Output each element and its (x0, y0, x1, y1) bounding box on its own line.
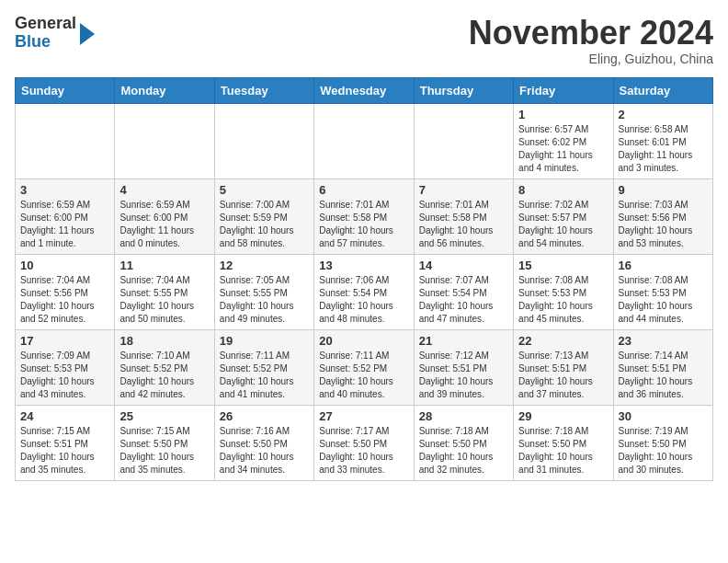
day-info: Sunrise: 7:08 AM Sunset: 5:53 PM Dayligh… (619, 274, 708, 326)
day-number: 28 (419, 409, 508, 423)
day-number: 18 (119, 334, 209, 348)
calendar-week-3: 10Sunrise: 7:04 AM Sunset: 5:56 PM Dayli… (16, 254, 713, 329)
day-number: 22 (518, 334, 608, 348)
calendar-header-row: SundayMondayTuesdayWednesdayThursdayFrid… (16, 77, 713, 103)
day-info: Sunrise: 7:02 AM Sunset: 5:57 PM Dayligh… (518, 199, 608, 250)
calendar-cell (115, 103, 214, 178)
calendar-cell: 12Sunrise: 7:05 AM Sunset: 5:55 PM Dayli… (214, 254, 313, 329)
day-number: 3 (20, 183, 109, 197)
calendar-cell (314, 103, 414, 178)
calendar-cell (16, 103, 115, 178)
day-info: Sunrise: 7:01 AM Sunset: 5:58 PM Dayligh… (319, 199, 408, 250)
page-header: General Blue November 2024 Eling, Guizho… (15, 15, 713, 66)
day-info: Sunrise: 7:04 AM Sunset: 5:55 PM Dayligh… (119, 274, 209, 326)
calendar-cell: 1Sunrise: 6:57 AM Sunset: 6:02 PM Daylig… (514, 103, 613, 178)
calendar-cell: 15Sunrise: 7:08 AM Sunset: 5:53 PM Dayli… (514, 254, 613, 329)
day-info: Sunrise: 6:57 AM Sunset: 6:02 PM Dayligh… (518, 123, 608, 175)
day-number: 17 (20, 334, 109, 348)
day-number: 2 (619, 108, 708, 121)
calendar-cell: 5Sunrise: 7:00 AM Sunset: 5:59 PM Daylig… (214, 178, 313, 254)
day-info: Sunrise: 7:15 AM Sunset: 5:50 PM Dayligh… (119, 425, 209, 477)
day-number: 7 (419, 183, 508, 197)
calendar-cell: 17Sunrise: 7:09 AM Sunset: 5:53 PM Dayli… (16, 329, 115, 405)
calendar-table: SundayMondayTuesdayWednesdayThursdayFrid… (15, 77, 713, 481)
logo-general: General (15, 15, 76, 33)
calendar-cell: 14Sunrise: 7:07 AM Sunset: 5:54 PM Dayli… (414, 254, 513, 329)
day-info: Sunrise: 7:06 AM Sunset: 5:54 PM Dayligh… (319, 274, 408, 326)
calendar-cell: 26Sunrise: 7:16 AM Sunset: 5:50 PM Dayli… (214, 405, 313, 480)
day-info: Sunrise: 7:07 AM Sunset: 5:54 PM Dayligh… (419, 274, 508, 326)
day-info: Sunrise: 7:10 AM Sunset: 5:52 PM Dayligh… (119, 350, 209, 401)
logo-blue: Blue (15, 33, 76, 52)
weekday-header-monday: Monday (115, 77, 214, 103)
weekday-header-tuesday: Tuesday (214, 77, 313, 103)
calendar-cell: 8Sunrise: 7:02 AM Sunset: 5:57 PM Daylig… (514, 178, 613, 254)
calendar-cell: 6Sunrise: 7:01 AM Sunset: 5:58 PM Daylig… (314, 178, 414, 254)
day-number: 4 (119, 183, 209, 197)
logo-text-block: General Blue (15, 15, 95, 52)
day-info: Sunrise: 7:11 AM Sunset: 5:52 PM Dayligh… (319, 350, 408, 401)
day-number: 11 (119, 259, 209, 272)
calendar-week-4: 17Sunrise: 7:09 AM Sunset: 5:53 PM Dayli… (16, 329, 713, 405)
calendar-cell (214, 103, 313, 178)
title-block: November 2024 Eling, Guizhou, China (469, 15, 713, 66)
weekday-header-friday: Friday (514, 77, 613, 103)
calendar-cell: 30Sunrise: 7:19 AM Sunset: 5:50 PM Dayli… (613, 405, 712, 480)
day-info: Sunrise: 7:03 AM Sunset: 5:56 PM Dayligh… (619, 199, 708, 250)
month-title: November 2024 (469, 15, 713, 52)
calendar-cell: 25Sunrise: 7:15 AM Sunset: 5:50 PM Dayli… (115, 405, 214, 480)
day-info: Sunrise: 7:12 AM Sunset: 5:51 PM Dayligh… (419, 350, 508, 401)
calendar-cell: 7Sunrise: 7:01 AM Sunset: 5:58 PM Daylig… (414, 178, 513, 254)
calendar-week-2: 3Sunrise: 6:59 AM Sunset: 6:00 PM Daylig… (16, 178, 713, 254)
day-number: 8 (518, 183, 608, 197)
day-number: 19 (220, 334, 309, 348)
day-info: Sunrise: 7:18 AM Sunset: 5:50 PM Dayligh… (419, 425, 508, 477)
logo-arrow-icon (80, 23, 95, 45)
calendar-cell: 23Sunrise: 7:14 AM Sunset: 5:51 PM Dayli… (613, 329, 712, 405)
day-info: Sunrise: 7:04 AM Sunset: 5:56 PM Dayligh… (20, 274, 109, 326)
day-number: 1 (518, 108, 608, 121)
day-number: 13 (319, 259, 408, 272)
calendar-cell: 9Sunrise: 7:03 AM Sunset: 5:56 PM Daylig… (613, 178, 712, 254)
day-number: 14 (419, 259, 508, 272)
day-number: 27 (319, 409, 408, 423)
calendar-cell: 2Sunrise: 6:58 AM Sunset: 6:01 PM Daylig… (613, 103, 712, 178)
day-number: 26 (220, 409, 309, 423)
day-number: 30 (619, 409, 708, 423)
calendar-cell: 13Sunrise: 7:06 AM Sunset: 5:54 PM Dayli… (314, 254, 414, 329)
day-number: 24 (20, 409, 109, 423)
day-info: Sunrise: 6:58 AM Sunset: 6:01 PM Dayligh… (619, 123, 708, 175)
day-number: 15 (518, 259, 608, 272)
calendar-cell: 16Sunrise: 7:08 AM Sunset: 5:53 PM Dayli… (613, 254, 712, 329)
calendar-cell: 19Sunrise: 7:11 AM Sunset: 5:52 PM Dayli… (214, 329, 313, 405)
calendar-week-5: 24Sunrise: 7:15 AM Sunset: 5:51 PM Dayli… (16, 405, 713, 480)
day-number: 12 (220, 259, 309, 272)
calendar-cell: 24Sunrise: 7:15 AM Sunset: 5:51 PM Dayli… (16, 405, 115, 480)
day-number: 10 (20, 259, 109, 272)
day-info: Sunrise: 7:15 AM Sunset: 5:51 PM Dayligh… (20, 425, 109, 477)
day-info: Sunrise: 7:13 AM Sunset: 5:51 PM Dayligh… (518, 350, 608, 401)
calendar-cell (414, 103, 513, 178)
calendar-cell: 28Sunrise: 7:18 AM Sunset: 5:50 PM Dayli… (414, 405, 513, 480)
calendar-cell: 11Sunrise: 7:04 AM Sunset: 5:55 PM Dayli… (115, 254, 214, 329)
weekday-header-wednesday: Wednesday (314, 77, 414, 103)
day-info: Sunrise: 6:59 AM Sunset: 6:00 PM Dayligh… (119, 199, 209, 250)
day-info: Sunrise: 7:05 AM Sunset: 5:55 PM Dayligh… (220, 274, 309, 326)
day-info: Sunrise: 7:01 AM Sunset: 5:58 PM Dayligh… (419, 199, 508, 250)
day-info: Sunrise: 6:59 AM Sunset: 6:00 PM Dayligh… (20, 199, 109, 250)
day-number: 25 (119, 409, 209, 423)
day-info: Sunrise: 7:16 AM Sunset: 5:50 PM Dayligh… (220, 425, 309, 477)
day-info: Sunrise: 7:14 AM Sunset: 5:51 PM Dayligh… (619, 350, 708, 401)
calendar-cell: 3Sunrise: 6:59 AM Sunset: 6:00 PM Daylig… (16, 178, 115, 254)
day-info: Sunrise: 7:09 AM Sunset: 5:53 PM Dayligh… (20, 350, 109, 401)
weekday-header-thursday: Thursday (414, 77, 513, 103)
calendar-cell: 22Sunrise: 7:13 AM Sunset: 5:51 PM Dayli… (514, 329, 613, 405)
day-number: 29 (518, 409, 608, 423)
calendar-cell: 20Sunrise: 7:11 AM Sunset: 5:52 PM Dayli… (314, 329, 414, 405)
logo: General Blue (15, 15, 95, 52)
day-info: Sunrise: 7:18 AM Sunset: 5:50 PM Dayligh… (518, 425, 608, 477)
day-number: 23 (619, 334, 708, 348)
calendar-cell: 21Sunrise: 7:12 AM Sunset: 5:51 PM Dayli… (414, 329, 513, 405)
calendar-cell: 10Sunrise: 7:04 AM Sunset: 5:56 PM Dayli… (16, 254, 115, 329)
day-number: 20 (319, 334, 408, 348)
